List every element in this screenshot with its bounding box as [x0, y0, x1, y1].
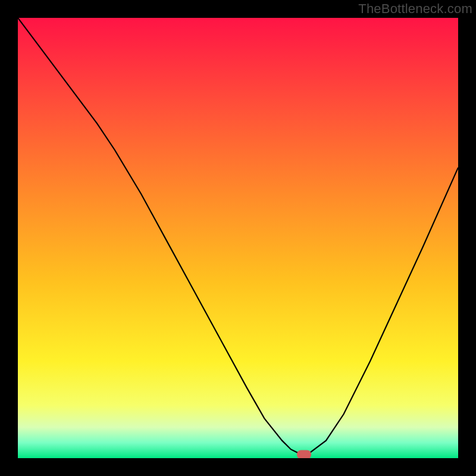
chart-svg — [18, 18, 458, 458]
gradient-background — [18, 18, 458, 458]
plot-area — [18, 18, 458, 458]
watermark-text: TheBottleneck.com — [358, 1, 472, 17]
optimal-marker — [297, 450, 311, 458]
chart-frame: TheBottleneck.com — [0, 0, 476, 476]
